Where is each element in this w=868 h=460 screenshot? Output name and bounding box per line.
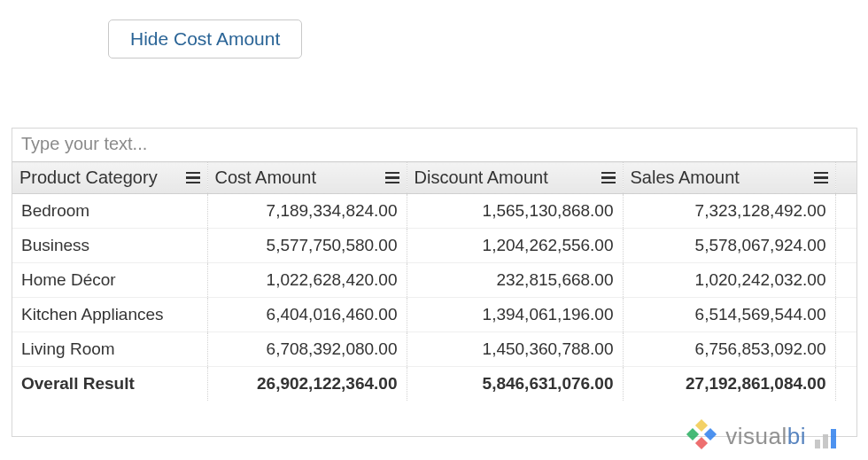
cell-discount: 1,565,130,868.00 (407, 194, 623, 229)
cell-cost: 6,708,392,080.00 (207, 332, 407, 367)
table-row: Business 5,577,750,580.00 1,204,262,556.… (12, 229, 856, 263)
table-row: Kitchen Appliances 6,404,016,460.00 1,39… (12, 298, 856, 332)
cell-cost: 7,189,334,824.00 (207, 194, 407, 229)
cell-category: Business (12, 229, 207, 263)
cell-sales: 5,578,067,924.00 (623, 229, 835, 263)
column-menu-icon[interactable] (601, 172, 616, 184)
cell-total-discount: 5,846,631,076.00 (407, 367, 623, 402)
cell-category: Living Room (12, 332, 207, 367)
cell-discount: 1,394,061,196.00 (407, 298, 623, 332)
cell-spacer (835, 367, 856, 402)
cell-total-cost: 26,902,122,364.00 (207, 367, 407, 402)
column-menu-icon[interactable] (814, 172, 828, 184)
column-menu-icon[interactable] (385, 172, 399, 184)
table-row: Bedroom 7,189,334,824.00 1,565,130,868.0… (12, 194, 856, 229)
cell-sales: 6,514,569,544.00 (623, 298, 835, 332)
col-header-label: Cost Amount (215, 168, 317, 187)
cell-category: Home Décor (12, 263, 207, 298)
column-menu-icon[interactable] (186, 172, 200, 184)
cell-cost: 6,404,016,460.00 (207, 298, 407, 332)
col-header-spacer (835, 162, 856, 194)
cell-discount: 1,204,262,556.00 (407, 229, 623, 263)
col-header-label: Discount Amount (415, 168, 548, 187)
cell-total-sales: 27,192,861,084.00 (623, 367, 835, 402)
cell-spacer (835, 229, 856, 263)
cell-cost: 5,577,750,580.00 (207, 229, 407, 263)
cell-sales: 1,020,242,032.00 (623, 263, 835, 298)
cell-category: Kitchen Appliances (12, 298, 207, 332)
cell-category: Bedroom (12, 194, 207, 229)
cell-discount: 1,450,360,788.00 (407, 332, 623, 367)
table-row: Living Room 6,708,392,080.00 1,450,360,7… (12, 332, 856, 367)
col-header-sales-amount[interactable]: Sales Amount (623, 162, 835, 194)
table-blank-row (12, 401, 856, 436)
cell-sales: 6,756,853,092.00 (623, 332, 835, 367)
col-header-discount-amount[interactable]: Discount Amount (407, 162, 623, 194)
cell-cost: 1,022,628,420.00 (207, 263, 407, 298)
cell-spacer (835, 298, 856, 332)
hide-cost-amount-button[interactable]: Hide Cost Amount (108, 19, 302, 58)
cell-spacer (835, 263, 856, 298)
cell-spacer (835, 194, 856, 229)
cell-spacer (835, 332, 856, 367)
cell-total-label: Overall Result (12, 367, 207, 402)
cell-discount: 232,815,668.00 (407, 263, 623, 298)
col-header-label: Product Category (19, 168, 158, 187)
cell-sales: 7,323,128,492.00 (623, 194, 835, 229)
col-header-product-category[interactable]: Product Category (12, 162, 207, 194)
table-header-row: Product Category Cost Amount Discount Am… (12, 162, 856, 194)
search-input[interactable] (12, 129, 856, 161)
data-table-container: Product Category Cost Amount Discount Am… (12, 128, 857, 437)
product-category-table: Product Category Cost Amount Discount Am… (12, 161, 856, 436)
col-header-label: Sales Amount (631, 168, 740, 187)
col-header-cost-amount[interactable]: Cost Amount (207, 162, 407, 194)
table-row: Home Décor 1,022,628,420.00 232,815,668.… (12, 263, 856, 298)
table-total-row: Overall Result 26,902,122,364.00 5,846,6… (12, 367, 856, 402)
